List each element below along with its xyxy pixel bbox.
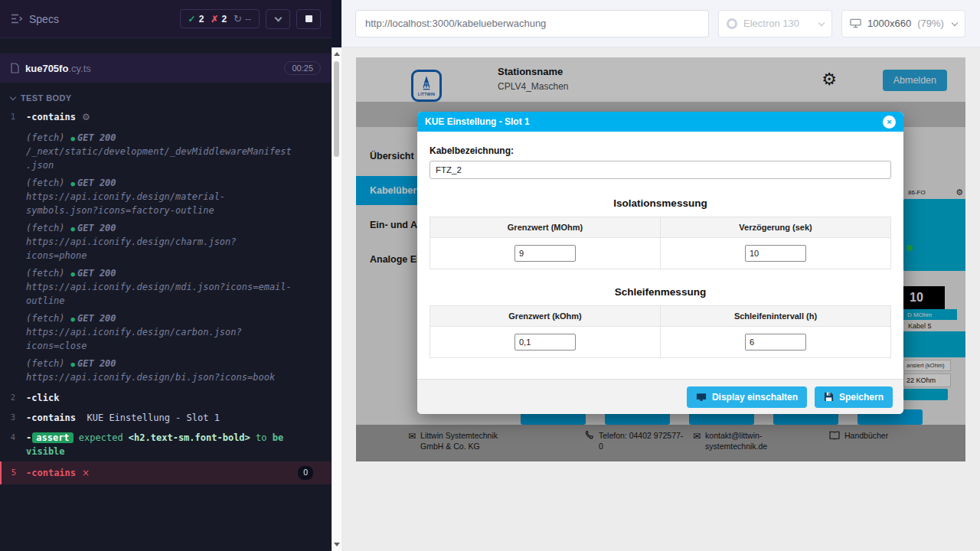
column-header: Grenzwert (kOhm) [430, 306, 661, 327]
column-header: Schleifenintervall (h) [661, 306, 891, 327]
spec-extension: .cy.ts [68, 63, 90, 74]
viewport-size: 1000x660 [867, 18, 911, 29]
collapse-button[interactable] [266, 9, 290, 29]
fetch-label: (fetch) [26, 178, 65, 188]
fetch-url: https://api.iconify.design/bi.json?icons… [26, 370, 292, 384]
network-log-row[interactable]: (fetch)●GET 200 /_next/static/developmen… [26, 131, 292, 172]
reporter-scrollbar[interactable] [332, 0, 341, 551]
assert-to: to [256, 432, 266, 443]
loop-limit-input[interactable] [514, 334, 576, 350]
save-button[interactable]: Speichern [815, 386, 893, 408]
viewport-zoom: (79%) [917, 18, 944, 29]
display-on-button[interactable]: Display einschalten [687, 386, 807, 408]
table-row [430, 327, 891, 358]
command-row[interactable]: 1 -contains⚙ [0, 107, 332, 127]
fetch-label: (fetch) [26, 313, 65, 324]
fetch-url: /_next/static/development/_devMiddleware… [26, 145, 292, 172]
stop-button[interactable] [296, 9, 321, 29]
spec-name: kue705fo [25, 63, 68, 74]
column-header: Grenzwert (MOhm) [430, 217, 661, 238]
network-log-row[interactable]: (fetch)●GET 200 https://api.iconify.desi… [26, 266, 292, 308]
command-number: 2 [0, 391, 26, 402]
network-log-row[interactable]: (fetch)●GET 200 https://api.iconify.desi… [26, 311, 292, 353]
cable-name-input[interactable] [430, 161, 891, 179]
fetch-status: GET 200 [77, 178, 116, 188]
assert-badge: assert [32, 432, 73, 443]
fetch-label: (fetch) [26, 223, 65, 233]
command-number: 4 [0, 431, 26, 442]
fetch-label: (fetch) [26, 358, 65, 369]
assert-expected: expected [79, 432, 123, 443]
command-row-assert[interactable]: 4 -assert expected <h2.text-sm.font-bold… [0, 428, 332, 461]
stat-failed: ✗2 [211, 14, 227, 24]
network-log-row[interactable]: (fetch)●GET 200 https://api.iconify.desi… [26, 176, 292, 217]
isolation-table: Grenzwert (MOhm) Verzögerung (sek) [430, 217, 891, 269]
fetch-status: GET 200 [77, 223, 116, 233]
url-input[interactable] [355, 10, 709, 37]
iso-delay-input[interactable] [745, 245, 806, 262]
command-dash: - [26, 432, 31, 443]
column-header: Verzögerung (sek) [661, 217, 891, 238]
refresh-icon: ↻ [234, 13, 242, 24]
command-detail: KUE Einstellung - Slot 1 [87, 412, 219, 423]
chevron-down-icon [10, 94, 16, 100]
scrollbar-cap [332, 0, 341, 47]
specs-label[interactable]: Specs [29, 13, 59, 25]
stop-icon [305, 15, 312, 22]
command-method: contains [31, 468, 76, 478]
assert-target: <h2.text-sm.font-bold> [129, 432, 250, 443]
loop-table: Grenzwert (kOhm) Schleifenintervall (h) [430, 305, 891, 358]
scrollbar-thumb[interactable] [334, 61, 339, 157]
test-stats: ✓2 ✗2 ↻-- [180, 9, 260, 28]
fetch-status: GET 200 [77, 132, 116, 143]
spec-file-row[interactable]: kue705fo.cy.ts 00:25 [0, 54, 332, 83]
file-icon [11, 63, 19, 73]
kue-settings-modal: KUE Einstellung - Slot 1 × Kabelbezeichn… [417, 112, 903, 414]
fetch-url: https://api.iconify.design/carbon.json?i… [26, 325, 292, 353]
app-under-test: Stationsname CPLV4_Maschen ⚙ Abmelden LI… [356, 57, 965, 461]
modal-header: KUE Einstellung - Slot 1 × [417, 112, 903, 132]
browser-select[interactable]: Electron 130 [718, 10, 832, 37]
scroll-up-icon[interactable] [334, 52, 340, 56]
fetch-status: GET 200 [77, 313, 116, 324]
scrollbar-track[interactable] [332, 47, 341, 551]
fetch-status: GET 200 [77, 268, 116, 279]
iso-limit-input[interactable] [514, 245, 576, 262]
table-row [430, 238, 891, 269]
viewport-select[interactable]: 1000x660 (79%) [841, 10, 965, 37]
fetch-label: (fetch) [26, 268, 65, 279]
viewport-icon [850, 18, 861, 28]
status-dot-icon: ● [71, 360, 75, 368]
command-method: click [31, 393, 59, 403]
loop-interval-input[interactable] [745, 334, 806, 350]
scroll-down-icon[interactable] [334, 543, 340, 546]
electron-icon [727, 18, 737, 29]
command-number: 5 [2, 466, 26, 477]
command-row[interactable]: 3 -contains KUE Einstellung - Slot 1 [0, 408, 332, 428]
command-log: 1 -contains⚙ (fetch)●GET 200 /_next/stat… [0, 107, 332, 551]
fail-x-icon: × [82, 466, 90, 480]
cable-name-label: Kabelbezeichnung: [430, 145, 891, 156]
display-icon [696, 393, 707, 402]
command-number: 1 [0, 110, 26, 121]
aut-panel: Electron 130 1000x660 (79%) Stationsname… [341, 0, 980, 551]
test-body-toggle[interactable]: TEST BODY [0, 83, 332, 107]
network-log-row[interactable]: (fetch)●GET 200 https://api.iconify.desi… [26, 221, 292, 262]
chevron-down-icon [818, 19, 825, 25]
command-method: contains [31, 112, 76, 122]
loop-title: Schleifenmessung [430, 286, 891, 298]
floppy-icon [824, 392, 834, 402]
specs-menu-icon[interactable] [11, 14, 23, 24]
command-row-failed[interactable]: 5 -contains×0 [0, 461, 332, 484]
status-dot-icon: ● [71, 225, 75, 233]
modal-title: KUE Einstellung - Slot 1 [425, 116, 530, 127]
chevron-down-icon [274, 14, 282, 21]
spec-timer: 00:25 [284, 61, 321, 75]
modal-footer: Display einschalten Speichern [417, 379, 903, 414]
status-dot-icon: ● [71, 315, 75, 323]
network-log-row[interactable]: (fetch)●GET 200 https://api.iconify.desi… [26, 357, 292, 384]
command-row[interactable]: 2 -click [0, 388, 332, 408]
check-icon: ✓ [188, 14, 196, 24]
stat-pending: ↻-- [234, 13, 251, 24]
close-icon[interactable]: × [883, 116, 896, 129]
